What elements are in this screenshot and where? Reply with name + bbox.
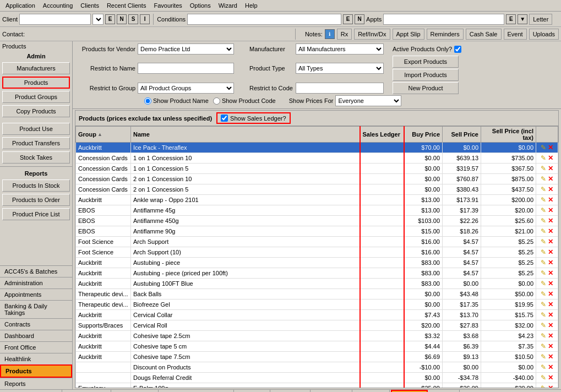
table-row[interactable]: Concession Cards 2 on 1 Concession 10 $0… (76, 174, 558, 184)
edit-icon[interactable]: ✎ (541, 384, 546, 388)
sidebar-item-appointments[interactable]: Appointments (0, 288, 72, 300)
sidebar-product-transfers-btn[interactable]: Product Transfers (2, 137, 70, 149)
table-row[interactable]: EBOS Antiflamme 45g $13.00 $17.39 $20.00… (76, 205, 558, 216)
delete-icon[interactable]: ✕ (548, 332, 553, 340)
statusbar-administration[interactable]: Administration (63, 390, 111, 392)
delete-icon[interactable]: ✕ (548, 322, 553, 329)
edit-icon[interactable]: ✎ (541, 238, 546, 246)
letter-btn[interactable]: Letter (529, 14, 552, 25)
rx-btn[interactable]: Rx (337, 29, 352, 40)
delete-icon[interactable]: ✕ (548, 144, 553, 151)
delete-icon[interactable]: ✕ (548, 227, 553, 235)
event-btn[interactable]: Event (504, 29, 527, 40)
table-row[interactable]: Dougs Referral Credit $0.00 -$34.78 -$40… (76, 373, 558, 383)
delete-icon[interactable]: ✕ (548, 374, 553, 382)
delete-icon[interactable]: ✕ (548, 269, 553, 277)
statusbar-healthlink[interactable]: Healthlink (353, 390, 389, 392)
restrict-code-input[interactable] (296, 83, 384, 94)
edit-icon[interactable]: ✎ (541, 269, 546, 277)
delete-icon[interactable]: ✕ (548, 353, 553, 361)
menu-wizard[interactable]: Wizard (215, 1, 241, 10)
statusbar-contracts[interactable]: Contracts (235, 390, 270, 392)
edit-icon[interactable]: ✎ (541, 227, 546, 235)
table-row[interactable]: Concession Cards 2 on 1 Concession 5 $0.… (76, 184, 558, 195)
show-sales-ledger-wrapper[interactable]: Show Sales Ledger? (216, 112, 291, 124)
btn-e3[interactable]: E (506, 14, 516, 24)
edit-icon[interactable]: ✎ (541, 374, 546, 382)
delete-icon[interactable]: ✕ (548, 196, 553, 204)
btn-download[interactable]: ▼ (518, 14, 527, 24)
edit-icon[interactable]: ✎ (541, 280, 546, 287)
edit-icon[interactable]: ✎ (541, 342, 546, 350)
show-sales-ledger-checkbox[interactable] (221, 115, 228, 122)
appts-input[interactable] (383, 14, 504, 25)
menu-help[interactable]: Help (242, 1, 261, 10)
uploads-btn[interactable]: Uploads (529, 29, 559, 40)
col-sell-price[interactable]: Sell Price (443, 127, 481, 143)
product-type-dropdown[interactable]: All Types (296, 63, 384, 74)
sidebar-product-groups-btn[interactable]: Product Groups (2, 91, 70, 103)
client-input[interactable] (19, 14, 91, 25)
table-row[interactable]: Therapeutic devi... Biofreeze Gel $0.00 … (76, 300, 558, 310)
col-sales-ledger[interactable]: Sales Ledger (360, 127, 404, 143)
sidebar-manufacturers-btn[interactable]: Manufacturers (2, 62, 70, 74)
reminders-btn[interactable]: Reminders (427, 29, 464, 40)
table-row[interactable]: Auckbritt Austubing 100FT Blue $83.00 $0… (76, 279, 558, 289)
delete-icon[interactable]: ✕ (548, 290, 553, 298)
delete-icon[interactable]: ✕ (548, 165, 553, 172)
restrict-group-dropdown[interactable]: All Product Groups (138, 83, 234, 94)
appt-slip-btn[interactable]: Appt Slip (393, 29, 424, 40)
table-row[interactable]: Concession Cards 1 on 1 Concession 5 $0.… (76, 164, 558, 174)
import-products-btn[interactable]: Import Products (393, 69, 459, 81)
edit-icon[interactable]: ✎ (541, 196, 546, 204)
table-row[interactable]: Emuology E-Balm 100g $25.00 $26.09 $30.0… (76, 383, 558, 388)
table-row[interactable]: Supports/Braces Cervical Roll $20.00 $27… (76, 320, 558, 331)
sidebar-item-front-office[interactable]: Front Office (0, 341, 72, 353)
sidebar-product-use-btn[interactable]: Product Use (2, 123, 70, 135)
sidebar-products-in-stock-btn[interactable]: Products In Stock (2, 179, 70, 192)
edit-icon[interactable]: ✎ (541, 311, 546, 319)
edit-icon[interactable]: ✎ (541, 259, 546, 266)
show-product-name-radio[interactable] (144, 97, 151, 105)
btn-n2[interactable]: N (355, 14, 364, 24)
sidebar-item-healthlink[interactable]: Healthlink (0, 353, 72, 364)
sidebar-product-price-list-btn[interactable]: Product Price List (2, 208, 70, 220)
edit-icon[interactable]: ✎ (541, 154, 546, 162)
menu-recent-clients[interactable]: Recent Clients (104, 1, 150, 10)
delete-icon[interactable]: ✕ (548, 175, 553, 183)
btn-i[interactable]: I (140, 14, 150, 24)
show-product-code-radio[interactable] (213, 97, 220, 105)
edit-icon[interactable]: ✎ (541, 217, 546, 225)
statusbar-banking[interactable]: Banking & Daily Takings (160, 390, 234, 392)
delete-icon[interactable]: ✕ (548, 186, 553, 193)
delete-icon[interactable]: ✕ (548, 363, 553, 371)
col-sell-price-tax[interactable]: Sell Price (incl tax) (481, 127, 536, 143)
edit-icon[interactable]: ✎ (541, 175, 546, 183)
sidebar-item-reports[interactable]: Reports (0, 378, 72, 389)
delete-icon[interactable]: ✕ (548, 301, 553, 308)
delete-icon[interactable]: ✕ (548, 280, 553, 287)
statusbar-acc45s[interactable]: ACC45's & Batches (0, 390, 62, 392)
manufacturer-dropdown[interactable]: All Manufacturers (296, 43, 384, 55)
table-row[interactable]: Auckbritt Ice Pack - Theraflex $70.00 $0… (76, 143, 558, 153)
sidebar-item-contracts[interactable]: Contracts (0, 318, 72, 330)
delete-icon[interactable]: ✕ (548, 342, 553, 350)
cash-sale-btn[interactable]: Cash Sale (466, 29, 502, 40)
delete-icon[interactable]: ✕ (548, 311, 553, 319)
sidebar-products-btn[interactable]: Products (2, 77, 70, 89)
btn-e2[interactable]: E (343, 14, 353, 24)
delete-icon[interactable]: ✕ (548, 248, 553, 256)
statusbar-front-office[interactable]: Front Office (312, 390, 352, 392)
sidebar-products-to-order-btn[interactable]: Products to Order (2, 194, 70, 206)
btn-n[interactable]: N (117, 14, 127, 24)
edit-icon[interactable]: ✎ (541, 206, 546, 214)
col-name[interactable]: Name (131, 127, 360, 143)
sidebar-item-products[interactable]: Products (0, 364, 72, 378)
table-row[interactable]: EBOS Antiflamme 450g $103.00 $22.26 $25.… (76, 216, 558, 226)
sidebar-copy-products-btn[interactable]: Copy Products (2, 105, 70, 117)
btn-s[interactable]: S (128, 14, 138, 24)
export-products-btn[interactable]: Export Products (393, 56, 459, 68)
delete-icon[interactable]: ✕ (548, 384, 553, 388)
edit-icon[interactable]: ✎ (541, 290, 546, 298)
table-row[interactable]: Auckbritt Austubing - piece (priced per … (76, 268, 558, 279)
